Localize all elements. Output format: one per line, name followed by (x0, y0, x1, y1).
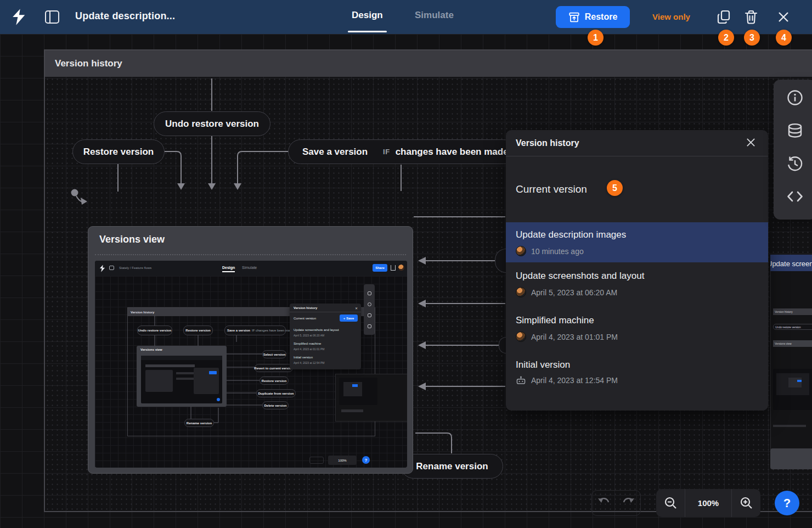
mini-topbar: Stately / Feature flows Design Simulate … (95, 261, 407, 276)
undo-icon (597, 496, 611, 508)
redo-button[interactable] (616, 491, 640, 515)
duplicate-button[interactable] (716, 9, 732, 25)
version-item[interactable]: Update screenshots and layout April 5, 2… (506, 262, 768, 307)
undo-button[interactable] (592, 491, 616, 515)
version-timestamp: April 4, 2023 at 12:54 PM (531, 376, 618, 385)
version-history-panel: Version history Current version Update d… (506, 130, 768, 411)
zoom-out-icon (664, 496, 678, 510)
annotation-badge-4: 4 (776, 30, 792, 46)
fragment-footer-strip (770, 448, 812, 469)
event-label: Restore version (83, 147, 154, 158)
info-button[interactable] (786, 88, 804, 107)
sidebar-toggle-button[interactable] (45, 10, 59, 24)
code-button[interactable] (786, 187, 804, 206)
mini-undo-redo (309, 457, 324, 464)
mini-zoom-controls: 100% (328, 456, 357, 465)
database-icon (786, 121, 804, 140)
data-button[interactable] (786, 121, 804, 140)
mini-save-button: + Save (340, 314, 358, 322)
guard-keyword: IF (383, 148, 390, 156)
delete-button[interactable] (743, 9, 759, 25)
fragment-versions-view: Versions view (773, 340, 812, 347)
copy-icon (716, 9, 732, 25)
version-item[interactable]: Simplified machine April 4, 2023 at 01:0… (506, 307, 768, 351)
zoom-controls: 100% (656, 489, 760, 517)
state-title: Versions view (99, 234, 165, 245)
zoom-in-button[interactable] (732, 489, 760, 517)
mini-stately-logo (99, 265, 106, 273)
app-window: Version history Undo restore version (0, 0, 812, 528)
history-button[interactable] (786, 154, 804, 173)
mini-node-save: Save a versionIF changes have been made (224, 325, 286, 335)
event-node-undo-restore-version[interactable]: Undo restore version (154, 111, 270, 136)
event-node-rename-version[interactable]: Rename version (401, 454, 503, 479)
panel-close-button[interactable] (743, 135, 758, 151)
stately-logo (10, 8, 26, 26)
version-item[interactable]: Initial version April 4, 2023 at 12:54 P… (506, 351, 768, 396)
versions-view-screenshot: Stately / Feature flows Design Simulate … (95, 261, 407, 468)
code-icon (786, 187, 804, 206)
machine-title: Update description... (75, 10, 175, 22)
right-toolbar (774, 80, 812, 220)
undo-redo-group (591, 490, 641, 516)
history-icon (786, 154, 804, 173)
mini-sidebar-toggle-icon (109, 266, 114, 270)
tab-design[interactable]: Design (352, 10, 383, 21)
version-title: Initial version (516, 360, 758, 370)
fragment-selected-version[interactable]: Update screenshots and... (770, 255, 812, 271)
mini-node-delete: Delete version (262, 401, 289, 409)
trash-icon (743, 9, 759, 25)
mini-node-rename: Rename version (184, 419, 214, 427)
mini-right-toolbar (364, 284, 375, 335)
container-title: Version history (55, 58, 122, 69)
annotation-badge-1: 1 (588, 30, 604, 46)
version-item[interactable]: Update description images 10 minutes ago (506, 222, 768, 262)
user-avatar (516, 246, 526, 256)
container-header[interactable]: Version history (45, 50, 812, 77)
mini-tab-simulate: Simulate (242, 266, 257, 269)
help-button[interactable]: ? (775, 491, 799, 515)
event-label: Rename version (416, 461, 488, 472)
annotation-badge-3: 3 (744, 30, 760, 46)
restore-icon (568, 12, 580, 23)
mini-bottom-controls: 100% ? (309, 456, 370, 465)
event-node-save-a-version[interactable]: Save a version IF changes have been made (288, 139, 516, 164)
mini-node-undo-restore: Undo restore version (137, 325, 172, 335)
fragment-body: Version history Undo restore version Ver… (770, 271, 812, 452)
current-version-row[interactable]: Current version (506, 156, 768, 222)
zoom-out-button[interactable] (656, 489, 685, 517)
canvas-edge-fragment: Update screenshots and... Version histor… (770, 221, 812, 470)
panel-title: Version history (516, 138, 579, 148)
mini-share-button: Share (373, 264, 387, 272)
divider (95, 254, 406, 255)
tab-simulate[interactable]: Simulate (415, 10, 454, 21)
event-label: Save a version (302, 147, 368, 158)
current-version-label: Current version (516, 183, 587, 195)
mini-help-button: ? (362, 456, 370, 464)
version-timestamp: April 4, 2023 at 01:01 PM (531, 333, 618, 341)
version-timestamp: 10 minutes ago (531, 247, 584, 256)
mini-code-icon (368, 324, 371, 328)
view-only-label: View only (652, 12, 690, 21)
guard-label: changes have been made (396, 147, 509, 158)
mini-version-history-panel: Version history ✕ Current version + Save… (290, 304, 361, 369)
event-node-restore-version[interactable]: Restore version (72, 139, 165, 164)
mini-history-icon (368, 313, 371, 317)
mini-node-select: Select version (262, 350, 286, 358)
restore-button[interactable]: Restore (556, 6, 630, 28)
info-icon (786, 88, 804, 107)
mini-container-title: Version history (131, 311, 154, 314)
mini-canvas: Version history Undo restore version Res… (95, 276, 407, 468)
version-timestamp: April 5, 2023 at 06:20 AM (531, 288, 617, 297)
zoom-level: 100% (685, 489, 732, 517)
help-label: ? (783, 496, 791, 510)
fragment-screenshot (773, 369, 812, 410)
state-versions-view[interactable]: Versions view Stately / Feature flows De… (88, 226, 413, 474)
close-button[interactable] (775, 9, 792, 25)
robot-icon (516, 376, 526, 385)
mini-node-restore: Restore version (183, 325, 213, 335)
mini-versions-view: Versions view (137, 346, 227, 407)
mini-node-revert: Revert to current version (255, 364, 293, 372)
mini-edge-fragment (335, 374, 407, 422)
mini-export-icon (391, 265, 396, 271)
